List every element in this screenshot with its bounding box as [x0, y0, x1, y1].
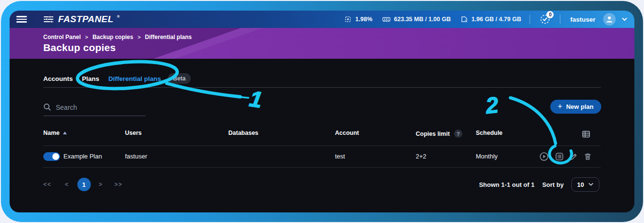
breadcrumb-control-panel[interactable]: Control Panel [43, 34, 81, 40]
row-divider [43, 145, 601, 146]
beta-badge: Beta [168, 73, 191, 84]
app-window: FASTPANEL ® 1.98% 623.35 MB / 1.00 [10, 11, 634, 212]
cpu-usage-stat: 1.98% [344, 15, 372, 23]
edit-plan-pencil-icon[interactable] [569, 152, 579, 161]
page-header: Control Panel > Backup copies > Differen… [10, 28, 634, 59]
search-icon [43, 103, 51, 111]
column-header-schedule: Schedule [476, 130, 503, 136]
sort-ascending-icon [63, 131, 67, 134]
fastpanel-logo-icon [43, 15, 55, 24]
help-icon[interactable]: ? [454, 130, 462, 138]
breadcrumb-backup-copies[interactable]: Backup copies [92, 34, 133, 40]
breadcrumb: Control Panel > Backup copies > Differen… [43, 34, 192, 40]
topbar-separator [530, 15, 530, 24]
breadcrumb-differential-plans[interactable]: Differential plans [145, 34, 192, 40]
plus-icon: + [558, 102, 562, 111]
registered-mark: ® [117, 14, 120, 19]
delete-plan-trash-icon[interactable] [583, 152, 593, 161]
user-avatar[interactable] [603, 13, 616, 26]
pagination-last-button[interactable]: >> [114, 181, 123, 188]
tab-accounts[interactable]: Accounts [43, 75, 73, 82]
search-box [43, 103, 146, 116]
tab-plans[interactable]: Plans [82, 75, 99, 82]
ram-usage-value: 623.35 MB / 1.00 GB [394, 16, 451, 23]
shown-count-label: Shown 1-1 out of 1 [479, 181, 535, 188]
tabs-divider [43, 87, 601, 88]
tasks-notifications-button[interactable]: 0 [539, 13, 551, 26]
user-menu-chevron-icon[interactable] [621, 17, 628, 22]
cpu-icon [344, 15, 352, 23]
column-header-name-label: Name [43, 130, 60, 136]
table-columns-settings-icon[interactable] [582, 130, 591, 139]
breadcrumb-separator: > [85, 34, 88, 40]
copies-limit-label: Copies limit [416, 131, 450, 137]
disk-icon [460, 15, 468, 23]
disk-usage-value: 1.96 GB / 4.79 GB [471, 16, 521, 23]
tasks-count-badge: 0 [546, 11, 554, 18]
search-input[interactable] [56, 104, 146, 111]
topbar-separator [560, 15, 560, 24]
ram-icon [382, 16, 391, 23]
username-label[interactable]: fastuser [570, 16, 595, 23]
column-header-users: Users [125, 130, 142, 136]
pagination-first-button[interactable]: << [43, 181, 51, 188]
run-plan-play-icon[interactable] [539, 152, 549, 161]
column-header-name[interactable]: Name [43, 130, 67, 136]
column-header-databases: Databases [228, 130, 259, 136]
topbar: FASTPANEL ® 1.98% 623.35 MB / 1.00 [10, 11, 634, 28]
page-title: Backup copies [43, 42, 116, 53]
fastpanel-logo[interactable]: FASTPANEL ® [43, 15, 120, 24]
breadcrumb-separator: > [137, 34, 140, 40]
disk-usage-stat: 1.96 GB / 4.79 GB [460, 15, 521, 23]
pagination-prev-button[interactable]: < [65, 181, 69, 188]
new-plan-label: New plan [566, 103, 594, 110]
footer-controls: Shown 1-1 out of 1 Sort by 10 [479, 177, 599, 192]
hamburger-menu-icon[interactable] [16, 16, 27, 23]
pagination-next-button[interactable]: > [99, 181, 103, 188]
cell-account: test [335, 153, 345, 160]
cell-copies-limit: 2+2 [416, 153, 426, 160]
per-page-value: 10 [577, 181, 584, 188]
fastpanel-logo-text: FASTPANEL [58, 15, 113, 24]
ram-usage-stat: 623.35 MB / 1.00 GB [382, 16, 451, 23]
tabs-row: Accounts Plans Differential plans Beta [43, 73, 191, 84]
plan-details-list-icon[interactable] [555, 152, 564, 161]
row-divider [43, 167, 601, 168]
column-header-account: Account [335, 130, 359, 136]
pagination-current-page[interactable]: 1 [77, 178, 91, 191]
tab-differential-plans[interactable]: Differential plans [109, 75, 161, 82]
new-plan-button[interactable]: + New plan [550, 100, 601, 114]
cell-schedule: Monthly [476, 153, 498, 160]
cpu-usage-value: 1.98% [355, 16, 372, 23]
plan-enabled-toggle[interactable] [43, 152, 60, 161]
cell-plan-name: Example Plan [63, 153, 102, 160]
pagination: << < 1 > >> [43, 178, 123, 191]
sort-by-label: Sort by [542, 181, 564, 188]
per-page-select[interactable]: 10 [571, 177, 599, 192]
column-header-copies-limit: Copies limit ? [416, 130, 462, 138]
select-chevron-down-icon [588, 183, 594, 186]
cell-users: fastuser [125, 153, 147, 160]
